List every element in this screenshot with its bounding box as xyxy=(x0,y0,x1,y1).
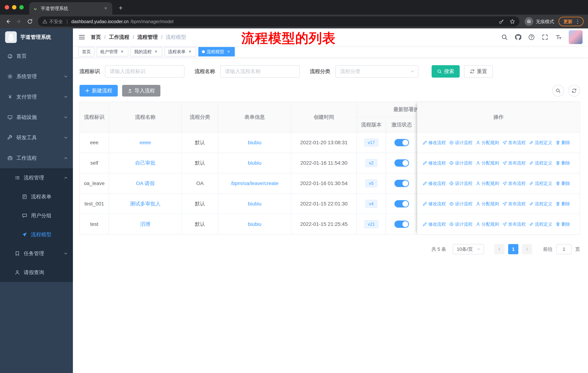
model-name-link[interactable]: 测试多审批人 xyxy=(130,201,161,207)
sidebar-item-process-management[interactable]: 流程管理 xyxy=(0,168,73,187)
publish-process-link[interactable]: 发布流程 xyxy=(502,181,526,186)
new-tab-button[interactable]: + xyxy=(116,3,126,13)
tag-close-icon[interactable]: × xyxy=(187,49,192,54)
process-definition-link[interactable]: 流程定义 xyxy=(529,181,552,186)
browser-menu-kebab-icon[interactable]: ⋮ xyxy=(575,19,580,25)
model-name-link[interactable]: OA 请假 xyxy=(136,181,155,186)
page-number-button[interactable]: 1 xyxy=(508,244,518,254)
app-logo[interactable]: 芋道管理系统 xyxy=(0,28,73,46)
delete-process-link[interactable]: 删除 xyxy=(556,181,570,186)
bookmark-star-icon[interactable] xyxy=(510,19,515,24)
import-process-button[interactable]: 导入流程 xyxy=(122,85,160,97)
modify-process-link[interactable]: 修改流程 xyxy=(422,201,446,207)
tag-close-icon[interactable]: × xyxy=(120,49,125,54)
tag-process-model-active[interactable]: 流程模型 × xyxy=(198,47,235,56)
address-bar[interactable]: 不安全 | dashboard.yudao.iocoder.cn/bpm/man… xyxy=(38,16,519,27)
modify-process-link[interactable]: 修改流程 xyxy=(422,140,446,146)
tag-tenant-management[interactable]: 租户管理 × xyxy=(97,47,128,56)
search-button[interactable]: 搜索 xyxy=(432,65,460,78)
delete-process-link[interactable]: 删除 xyxy=(556,201,570,207)
form-info-link[interactable]: biubiu xyxy=(248,160,262,166)
process-definition-link[interactable]: 流程定义 xyxy=(529,140,552,146)
fullscreen-icon[interactable] xyxy=(542,34,548,40)
password-key-icon[interactable] xyxy=(499,19,504,24)
tag-close-icon[interactable]: × xyxy=(226,49,231,54)
model-name-link[interactable]: eeee xyxy=(140,140,151,145)
window-zoom-button[interactable] xyxy=(19,5,24,10)
delete-process-link[interactable]: 删除 xyxy=(556,221,570,227)
design-process-link[interactable]: 设计流程 xyxy=(449,181,472,186)
sidebar-item-workflow[interactable]: 工作流程 xyxy=(0,148,73,168)
process-definition-link[interactable]: 流程定义 xyxy=(529,201,552,207)
assign-rule-link[interactable]: 分配规则 xyxy=(476,160,499,166)
window-close-button[interactable] xyxy=(5,5,9,10)
form-info-link[interactable]: biubiu xyxy=(248,221,262,227)
form-info-link[interactable]: biubiu xyxy=(248,140,262,145)
model-name-link[interactable]: 滔博 xyxy=(140,221,150,227)
search-icon[interactable] xyxy=(501,34,508,40)
create-process-button[interactable]: 新建流程 xyxy=(79,85,118,97)
publish-process-link[interactable]: 发布流程 xyxy=(502,140,526,146)
sidebar-item-devtools[interactable]: 研发工具 xyxy=(0,128,73,148)
github-icon[interactable] xyxy=(515,34,521,40)
delete-process-link[interactable]: 删除 xyxy=(556,160,570,166)
modify-process-link[interactable]: 修改流程 xyxy=(422,221,446,227)
sidebar-item-home[interactable]: 首页 xyxy=(0,46,73,66)
sidebar-collapse-icon[interactable] xyxy=(78,34,85,40)
help-icon[interactable] xyxy=(528,34,535,40)
forward-button[interactable] xyxy=(14,16,24,27)
show-search-toggle-button[interactable] xyxy=(552,85,564,97)
sidebar-item-payment[interactable]: ¥ 支付管理 xyxy=(0,87,73,107)
assign-rule-link[interactable]: 分配规则 xyxy=(476,221,499,227)
assign-rule-link[interactable]: 分配规则 xyxy=(476,181,499,186)
sidebar-item-user-group[interactable]: 用户分组 xyxy=(0,206,73,225)
tab-close-icon[interactable]: × xyxy=(103,5,109,11)
tag-my-process[interactable]: 我的流程 × xyxy=(130,47,162,56)
active-status-toggle[interactable] xyxy=(394,180,409,187)
sidebar-item-process-form[interactable]: 流程表单 xyxy=(0,187,73,206)
form-info-link[interactable]: biubiu xyxy=(248,201,262,207)
publish-process-link[interactable]: 发布流程 xyxy=(502,221,526,227)
process-category-select[interactable]: 流程分类 xyxy=(335,65,419,78)
process-definition-link[interactable]: 流程定义 xyxy=(529,160,552,166)
active-status-toggle[interactable] xyxy=(394,139,409,146)
prev-page-button[interactable] xyxy=(494,244,504,254)
reset-button[interactable]: 重置 xyxy=(464,65,493,78)
process-definition-link[interactable]: 流程定义 xyxy=(529,221,552,227)
active-status-toggle[interactable] xyxy=(394,159,409,167)
tag-process-form[interactable]: 流程表单 × xyxy=(164,47,196,56)
form-info-link[interactable]: /bpm/oa/leave/create xyxy=(231,181,279,186)
publish-process-link[interactable]: 发布流程 xyxy=(502,201,526,207)
active-status-toggle[interactable] xyxy=(394,200,409,207)
assign-rule-link[interactable]: 分配规则 xyxy=(476,201,499,207)
breadcrumb-process-management[interactable]: 流程管理 xyxy=(137,34,158,40)
back-button[interactable] xyxy=(3,16,13,27)
design-process-link[interactable]: 设计流程 xyxy=(449,160,472,166)
goto-page-input[interactable] xyxy=(556,244,572,254)
tag-close-icon[interactable]: × xyxy=(153,49,158,54)
browser-tab[interactable]: 芋道管理系统 × xyxy=(29,2,112,15)
process-name-input[interactable] xyxy=(220,65,300,78)
page-size-select[interactable]: 10条/页 xyxy=(453,244,484,254)
sidebar-item-infrastructure[interactable]: 基础设施 xyxy=(0,107,73,128)
modify-process-link[interactable]: 修改流程 xyxy=(422,181,446,186)
sidebar-item-system[interactable]: 系统管理 xyxy=(0,66,73,87)
breadcrumb-home[interactable]: 首页 xyxy=(91,34,101,40)
browser-update-button[interactable]: 更新 ⋮ xyxy=(558,17,584,26)
process-key-input[interactable] xyxy=(105,65,184,78)
font-size-icon[interactable] xyxy=(555,34,562,40)
reload-button[interactable] xyxy=(25,16,35,27)
user-avatar[interactable] xyxy=(569,30,583,44)
delete-process-link[interactable]: 删除 xyxy=(556,140,570,146)
design-process-link[interactable]: 设计流程 xyxy=(449,140,472,146)
refresh-table-button[interactable] xyxy=(568,85,580,97)
breadcrumb-workflow[interactable]: 工作流程 xyxy=(109,34,129,40)
next-page-button[interactable] xyxy=(522,244,532,254)
active-status-toggle[interactable] xyxy=(394,221,409,228)
tag-home[interactable]: 首页 xyxy=(78,47,94,56)
modify-process-link[interactable]: 修改流程 xyxy=(422,160,446,166)
design-process-link[interactable]: 设计流程 xyxy=(449,221,472,227)
sidebar-item-task-management[interactable]: 任务管理 xyxy=(0,244,73,263)
assign-rule-link[interactable]: 分配规则 xyxy=(476,140,499,146)
design-process-link[interactable]: 设计流程 xyxy=(449,201,472,207)
